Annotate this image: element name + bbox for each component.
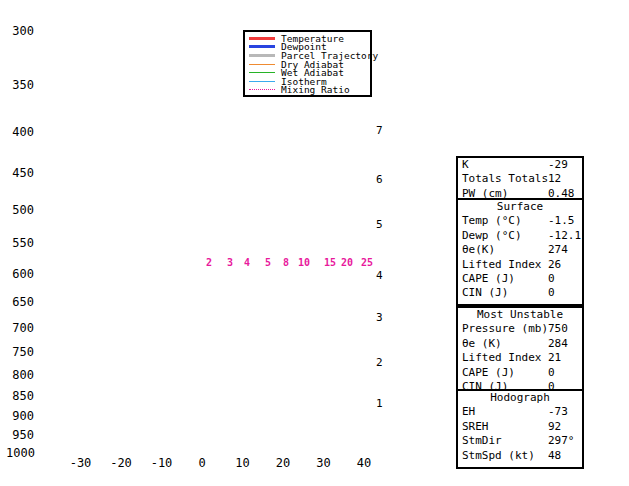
skewt-sounding-screenshot: 3003504004505005506006507007508008509009…	[0, 0, 629, 486]
skewt-chart-canvas	[0, 0, 629, 486]
